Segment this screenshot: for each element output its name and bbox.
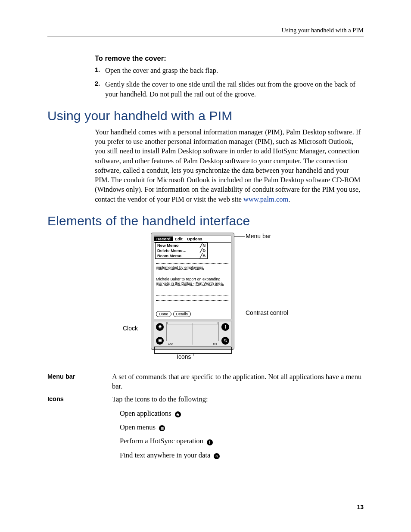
menu-options: Options	[185, 236, 205, 241]
icon-action-hotsync: Perform a HotSync operation	[120, 436, 364, 446]
section-elements-title: Elements of the handheld interface	[47, 214, 364, 228]
dropdown-delete-memo: Delete Memo… ╱D	[156, 248, 207, 253]
icon-action-2-text: Perform a HotSync operation	[120, 437, 203, 445]
dd-cmd-1-key: D	[202, 248, 206, 253]
memo-line-2: Michele Baker to report on expanding mar…	[156, 277, 224, 286]
dd-label-0: New Memo	[157, 243, 179, 248]
callout-contrast: Contrast control	[246, 309, 288, 317]
find-icon-inline	[214, 453, 220, 459]
graffiti-area: ABC 123	[154, 321, 231, 347]
svg-point-0	[224, 339, 226, 342]
step-1: Open the cover and grasp the back flap.	[95, 66, 364, 75]
menu-record: Record	[154, 236, 173, 241]
svg-point-2	[216, 455, 218, 457]
icon-action-open-menus: Open menus	[120, 423, 364, 432]
done-button: Done	[156, 311, 171, 317]
details-button: Details	[173, 311, 191, 317]
dd-label-1: Delete Memo…	[157, 248, 187, 253]
pim-body: Your handheld comes with a personal info…	[95, 128, 364, 204]
icons-bracket	[154, 347, 232, 354]
to-remove-cover-heading: To remove the cover:	[95, 54, 364, 62]
icon-action-1-text: Open menus	[120, 423, 156, 431]
interface-diagram: Record Edit Options New Memo ╱N Delete M…	[112, 233, 319, 362]
menu-icon	[156, 337, 164, 345]
device-outline: Record Edit Options New Memo ╱N Delete M…	[151, 233, 234, 350]
dd-cmd-0: ╱N	[200, 243, 206, 248]
memo-line-1: implemented by employees.	[156, 265, 204, 270]
pim-body-text: Your handheld comes with a personal info…	[95, 128, 361, 203]
desc-icons: Tap the icons to do the following:	[112, 395, 208, 403]
dd-cmd-2: ╱B	[200, 253, 206, 258]
step-2: Gently slide the cover to one side until…	[95, 80, 364, 99]
menu-bar: Record Edit Options	[154, 236, 231, 243]
dropdown-new-memo: New Memo ╱N	[156, 243, 207, 248]
term-icons: Icons	[47, 395, 112, 402]
svg-line-3	[217, 457, 218, 457]
graffiti-123: 123	[213, 343, 217, 345]
dd-cmd-1: ╱D	[200, 248, 206, 253]
record-dropdown: New Memo ╱N Delete Memo… ╱D Beam Memo ╱B	[155, 243, 208, 259]
page-number: 13	[357, 504, 364, 510]
find-icon	[221, 337, 229, 345]
hotsync-icon-inline	[207, 439, 213, 445]
palm-link[interactable]: www.palm.com	[243, 195, 288, 203]
dd-cmd-2-key: B	[202, 253, 206, 258]
home-icon	[156, 323, 164, 331]
icon-action-open-apps: Open applications	[120, 409, 364, 418]
dropdown-beam-memo: Beam Memo ╱B	[156, 253, 207, 258]
dd-cmd-0-key: N	[202, 243, 206, 248]
device-screen: Record Edit Options New Memo ╱N Delete M…	[154, 236, 231, 319]
hotsync-icon	[221, 323, 229, 331]
term-menubar: Menu bar	[47, 372, 112, 380]
callout-icons: Icons	[177, 353, 191, 361]
menu-edit: Edit	[173, 236, 185, 241]
definition-list: Menu bar A set of commands that are spec…	[47, 372, 364, 460]
pim-body-end: .	[288, 195, 290, 203]
graffiti-abc: ABC	[168, 343, 173, 345]
remove-cover-steps: Open the cover and grasp the back flap. …	[95, 66, 364, 99]
dd-label-2: Beam Memo	[157, 253, 181, 258]
menu-icon-inline	[159, 425, 165, 431]
desc-menubar: A set of commands that are specific to t…	[112, 372, 364, 392]
icon-action-find: Find text anywhere in your data	[120, 451, 364, 460]
running-header: Using your handheld with a PIM	[47, 27, 364, 34]
callout-clock: Clock	[112, 325, 138, 332]
header-rule	[47, 37, 364, 37]
svg-line-1	[226, 341, 227, 342]
icon-action-3-text: Find text anywhere in your data	[120, 451, 210, 459]
section-pim-title: Using your handheld with a PIM	[47, 109, 364, 123]
home-icon-inline	[175, 411, 181, 417]
callout-menubar: Menu bar	[246, 233, 271, 240]
icon-action-0-text: Open applications	[120, 409, 171, 417]
